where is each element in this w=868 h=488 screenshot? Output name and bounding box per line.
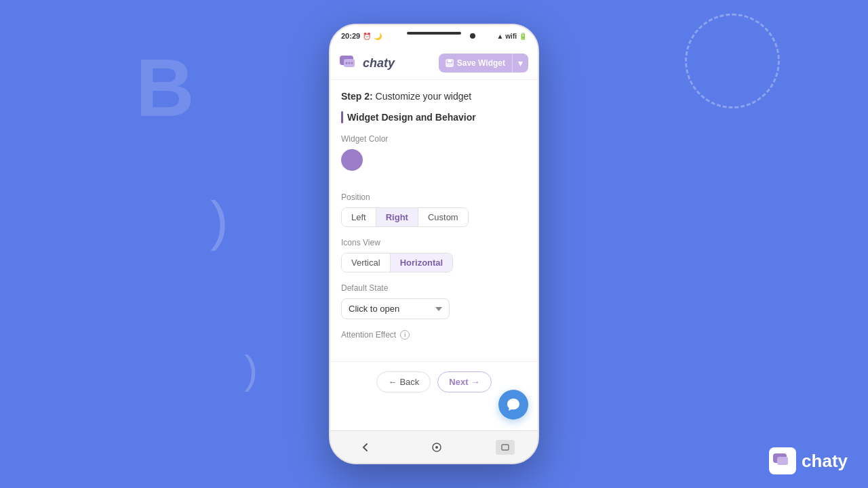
position-field: Position Left Right Custom [341, 192, 527, 227]
nav-back-button[interactable] [353, 438, 378, 457]
nav-square-icon [501, 444, 509, 451]
status-time: 20:29 ⏰ 🌙 [341, 32, 382, 40]
attention-effect-label: Attention Effect [341, 330, 396, 340]
next-button-label: Next [449, 377, 468, 387]
icons-view-vertical-button[interactable]: Vertical [342, 253, 390, 272]
bg-decoration-r: B [136, 41, 195, 134]
save-icon [446, 59, 454, 67]
back-arrow-icon: ← [388, 377, 397, 387]
moon-icon: 🌙 [374, 33, 382, 40]
content-area: Step 2: Customize your widget Widget Des… [330, 80, 538, 361]
svg-point-3 [349, 62, 351, 64]
svg-rect-12 [777, 457, 788, 465]
wifi-icon: wifi [505, 33, 517, 40]
status-bar: 20:29 ⏰ 🌙 ▲ wifi 🔋 [330, 25, 538, 47]
status-icons: ▲ wifi 🔋 [496, 33, 527, 40]
svg-rect-7 [447, 63, 452, 66]
default-state-label: Default State [341, 283, 527, 293]
position-right-button[interactable]: Right [376, 208, 418, 226]
bg-decoration-bracket-right: ) [244, 346, 258, 393]
step-heading: Step 2: Customize your widget [341, 91, 527, 102]
svg-rect-6 [448, 60, 452, 62]
nav-home-button[interactable] [425, 438, 449, 457]
position-custom-button[interactable]: Custom [418, 208, 468, 226]
back-button[interactable]: ← Back [376, 371, 431, 392]
next-button[interactable]: Next → [437, 371, 491, 392]
widget-color-label: Widget Color [341, 134, 527, 144]
battery-icon: 🔋 [519, 33, 527, 40]
widget-color-field: Widget Color [341, 134, 527, 182]
attention-effect-field: Attention Effect i [341, 330, 527, 340]
position-label: Position [341, 192, 527, 202]
save-btn-dropdown-icon[interactable]: ▾ [513, 54, 528, 73]
nav-square-button[interactable] [496, 440, 515, 455]
section-title: Widget Design and Behavior [341, 111, 527, 123]
save-button-label: Save Widget [457, 58, 505, 68]
icons-view-field: Icons View Vertical Horizontal [341, 238, 527, 272]
default-state-select[interactable]: Click to open Always open Always closed [341, 298, 450, 319]
bottom-brand-icon [769, 447, 796, 474]
top-nav: chaty Save Widget ▾ [330, 47, 538, 80]
color-swatch-button[interactable] [341, 149, 363, 171]
svg-point-9 [435, 446, 438, 449]
icons-view-horizontal-button[interactable]: Horizontal [390, 253, 453, 272]
notch-dot [470, 33, 475, 39]
bg-decoration-circle [685, 14, 780, 108]
time-display: 20:29 [341, 32, 360, 40]
signal-icon: ▲ [496, 33, 503, 40]
svg-rect-10 [502, 445, 509, 450]
phone-content: chaty Save Widget ▾ Step 2: [330, 47, 538, 430]
logo-text: chaty [363, 56, 395, 70]
step-description: Customize your widget [376, 91, 472, 102]
bg-decoration-bracket-left: ) [210, 190, 229, 252]
icons-view-label: Icons View [341, 238, 527, 247]
bottom-brand: chaty [769, 447, 848, 474]
section-title-text: Widget Design and Behavior [347, 112, 476, 123]
svg-point-4 [351, 62, 353, 64]
chaty-logo-icon [340, 56, 359, 70]
svg-point-2 [346, 62, 348, 64]
bottom-brand-chat-icon [773, 451, 792, 470]
position-left-button[interactable]: Left [342, 208, 376, 226]
fab-chat-icon [506, 397, 521, 412]
nav-back-icon [360, 442, 371, 453]
bottom-brand-text: chaty [802, 451, 848, 472]
position-toggle-group: Left Right Custom [341, 207, 469, 227]
next-arrow-icon: → [471, 377, 480, 387]
fab-chat-button[interactable] [498, 390, 528, 420]
section-bar-indicator [341, 111, 343, 123]
step-label: Step 2: [341, 91, 373, 102]
save-widget-label-area: Save Widget [439, 54, 512, 72]
bottom-nav-bar [330, 430, 538, 463]
back-button-label: Back [399, 377, 419, 387]
nav-home-icon [431, 442, 442, 453]
icons-view-toggle-group: Vertical Horizontal [341, 253, 453, 272]
logo-area: chaty [340, 56, 395, 70]
notch-bar [407, 32, 461, 35]
default-state-field: Default State Click to open Always open … [341, 283, 527, 319]
info-icon[interactable]: i [400, 330, 410, 340]
save-widget-button[interactable]: Save Widget ▾ [439, 54, 528, 73]
alarm-icon: ⏰ [363, 33, 371, 40]
phone-frame: 20:29 ⏰ 🌙 ▲ wifi 🔋 chaty [329, 24, 539, 464]
